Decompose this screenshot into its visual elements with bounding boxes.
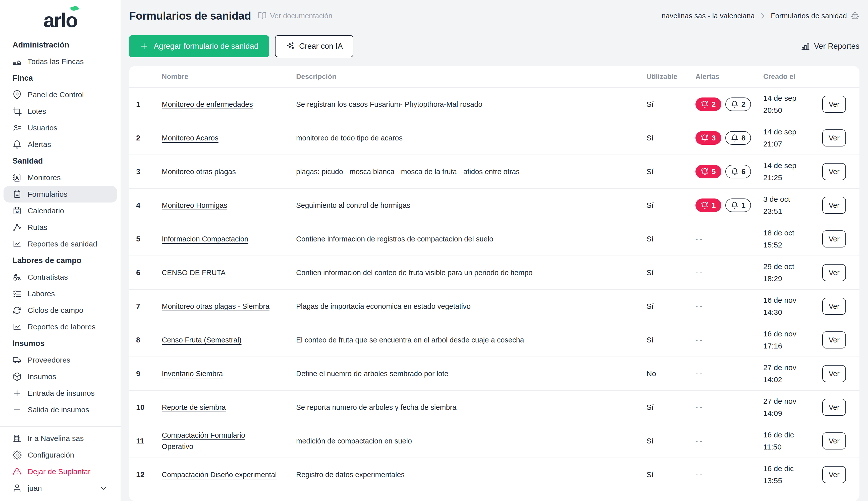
- forms-table-card: Nombre Descripción Utilizable Alertas Cr…: [129, 66, 859, 501]
- form-name-link[interactable]: Monitoreo otras plagas - Siembra: [162, 301, 270, 312]
- form-name-link[interactable]: Informacion Compactacion: [162, 233, 248, 245]
- sidebar-item-reportes-de-sanidad[interactable]: Reportes de sanidad: [3, 236, 117, 252]
- sidebar-item-entrada-de-insumos[interactable]: Entrada de insumos: [3, 385, 117, 402]
- created-at: 14 de sep21:25: [763, 160, 822, 184]
- breadcrumb-page[interactable]: Formularios de sanidad: [771, 12, 847, 20]
- form-name-link[interactable]: Censo Fruta (Semestral): [162, 334, 242, 346]
- sidebar-item-reportes-de-labores[interactable]: Reportes de labores: [3, 319, 117, 335]
- sidebar-item-contratistas[interactable]: Contratistas: [3, 269, 117, 285]
- sidebar: arlo Administración Todas las Fincas Fin…: [0, 0, 121, 501]
- no-alerts-dash: --: [695, 336, 704, 344]
- logo: arlo: [0, 0, 121, 35]
- usable-value: Sí: [647, 336, 695, 344]
- sidebar-item-salida-de-insumos[interactable]: Salida de insumos: [3, 402, 117, 418]
- sidebar-item-calendario[interactable]: Calendario: [3, 203, 117, 219]
- breadcrumb-farm[interactable]: navelinas sas - la valenciana: [662, 12, 755, 20]
- form-description: Contien informacion del conteo de fruta …: [296, 269, 647, 277]
- sidebar-item-formularios[interactable]: Formularios: [3, 186, 117, 203]
- form-description: monitoreo de todo tipo de acaros: [296, 134, 647, 142]
- form-description: El conteo de fruta que se encuentra en e…: [296, 336, 647, 344]
- building-icon: [13, 434, 22, 443]
- total-alerts-badge: 2: [725, 97, 751, 111]
- sidebar-item-panel-de-control[interactable]: Panel de Control: [3, 86, 117, 103]
- user-name: juan: [28, 484, 42, 492]
- active-alerts-badge: 1: [695, 199, 721, 212]
- sidebar-item-alertas[interactable]: Alertas: [3, 136, 117, 153]
- ver-button[interactable]: Ver: [822, 231, 846, 247]
- form-name-link[interactable]: Compactación Diseño experimental: [162, 469, 277, 480]
- alerts-cell: --: [695, 235, 763, 243]
- sidebar-item-rutas[interactable]: Rutas: [3, 219, 117, 236]
- sidebar-item-usuarios[interactable]: Usuarios: [3, 120, 117, 136]
- section-administracion: Administración: [3, 37, 117, 53]
- form-name-link[interactable]: Monitoreo Hormigas: [162, 200, 227, 211]
- sidebar-footer: Ir a Navelina sas Configuración Dejar de…: [0, 426, 121, 501]
- toolbar: Agregar formulario de sanidad Crear con …: [129, 35, 859, 57]
- sidebar-item-lotes[interactable]: Lotes: [3, 103, 117, 120]
- row-number: 2: [129, 134, 162, 142]
- chevron-down-icon: [99, 484, 108, 493]
- usable-value: Sí: [647, 235, 695, 243]
- row-number: 1: [129, 100, 162, 108]
- ver-button[interactable]: Ver: [822, 433, 846, 449]
- sidebar-item-monitores[interactable]: Monitores: [3, 169, 117, 186]
- contact-book-icon: [13, 173, 22, 182]
- documentation-link[interactable]: Ver documentación: [258, 12, 332, 20]
- form-name-link[interactable]: Monitoreo de enfermedades: [162, 99, 253, 110]
- form-name-link[interactable]: Monitoreo otras plagas: [162, 166, 236, 178]
- ver-button[interactable]: Ver: [822, 298, 846, 315]
- created-at: 18 de oct15:52: [763, 227, 822, 251]
- view-reports-link[interactable]: Ver Reportes: [801, 42, 859, 51]
- ver-button[interactable]: Ver: [822, 331, 846, 349]
- bug-icon[interactable]: [850, 11, 859, 20]
- ver-button[interactable]: Ver: [822, 399, 846, 416]
- alerts-cell: 1 1: [695, 199, 763, 212]
- alerts-cell: --: [695, 403, 763, 411]
- ver-button[interactable]: Ver: [822, 163, 846, 180]
- sidebar-item-todas-las-fincas[interactable]: Todas las Fincas: [3, 53, 117, 70]
- tractor-icon: [13, 273, 22, 282]
- ver-button[interactable]: Ver: [822, 197, 846, 214]
- form-name-link[interactable]: Monitoreo Acaros: [162, 132, 218, 144]
- form-name-link[interactable]: Inventario Siembra: [162, 368, 223, 380]
- ver-button[interactable]: Ver: [822, 129, 846, 147]
- ver-button[interactable]: Ver: [822, 466, 846, 483]
- total-alerts-badge: 1: [725, 199, 751, 212]
- page-title: Formularios de sanidad: [129, 10, 251, 22]
- sidebar-item-ciclos-de-campo[interactable]: Ciclos de campo: [3, 302, 117, 319]
- table-row: 2 Monitoreo Acaros monitoreo de todo tip…: [129, 121, 859, 154]
- create-with-ai-button[interactable]: Crear con IA: [275, 35, 354, 57]
- ver-button[interactable]: Ver: [822, 264, 846, 281]
- add-form-button[interactable]: Agregar formulario de sanidad: [129, 35, 269, 57]
- usable-value: Sí: [647, 437, 695, 445]
- section-finca: Finca: [3, 70, 117, 86]
- usable-value: Sí: [647, 403, 695, 412]
- ver-button[interactable]: Ver: [822, 96, 846, 113]
- alerts-cell: --: [695, 302, 763, 310]
- line-chart-icon: [13, 322, 22, 331]
- sidebar-item-dejar-de-suplantar[interactable]: Dejar de Suplantar: [3, 463, 117, 480]
- user-menu[interactable]: juan: [3, 480, 117, 497]
- form-icon: [13, 190, 22, 199]
- sidebar-item-proveedores[interactable]: Proveedores: [3, 352, 117, 368]
- sidebar-item-labores[interactable]: Labores: [3, 285, 117, 302]
- sidebar-item-ir-a-navelina-sas[interactable]: Ir a Navelina sas: [3, 430, 117, 447]
- form-name-link[interactable]: CENSO DE FRUTA: [162, 267, 226, 278]
- table-row: 8 Censo Fruta (Semestral) El conteo de f…: [129, 323, 859, 356]
- col-utilizable: Utilizable: [647, 73, 695, 81]
- active-alerts-badge: 5: [695, 165, 721, 178]
- form-name-link[interactable]: Reporte de siembra: [162, 402, 226, 413]
- created-at: 3 de oct23:51: [763, 193, 822, 217]
- form-description: Plagas de importacia economica en estado…: [296, 302, 647, 311]
- sidebar-item-configuracion[interactable]: Configuración: [3, 447, 117, 463]
- user-icon: [13, 484, 22, 493]
- usable-value: Sí: [647, 201, 695, 210]
- bell-ring-icon: [701, 168, 708, 175]
- sidebar-item-insumos[interactable]: Insumos: [3, 368, 117, 385]
- form-name-link[interactable]: Compactación Formulario Operativo: [162, 430, 260, 452]
- farm-icon: [13, 57, 22, 66]
- ver-button[interactable]: Ver: [822, 365, 846, 382]
- users-icon: [13, 124, 22, 132]
- route-icon: [13, 223, 22, 232]
- row-number: 6: [129, 268, 162, 277]
